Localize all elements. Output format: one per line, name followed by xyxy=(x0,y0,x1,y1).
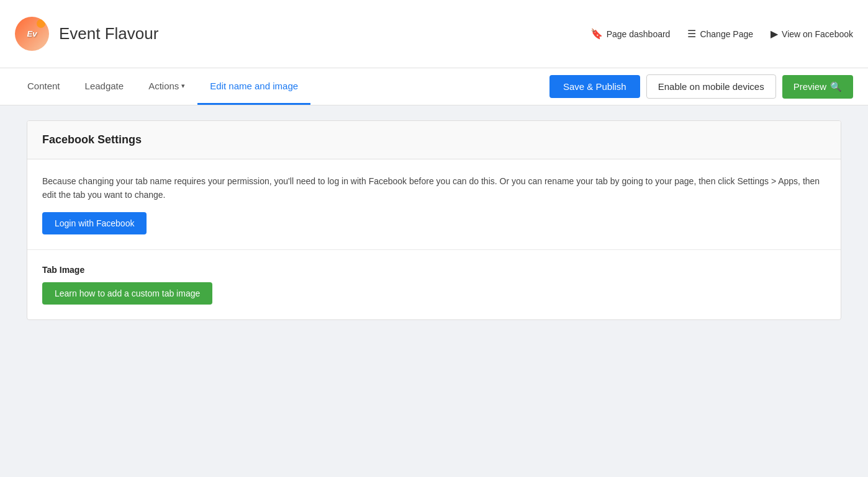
navbar: Content Leadgate Actions ▾ Edit name and… xyxy=(0,68,868,105)
logo-wrapper[interactable]: Ev xyxy=(15,17,49,51)
header-left: Ev Event Flavour xyxy=(15,17,158,51)
view-on-facebook-link[interactable]: ▶ View on Facebook xyxy=(771,28,853,40)
tab-image-section: Tab Image Learn how to add a custom tab … xyxy=(27,250,841,319)
tab-actions[interactable]: Actions ▾ xyxy=(136,68,197,105)
card-title: Facebook Settings xyxy=(42,133,826,146)
tab-edit-name-image[interactable]: Edit name and image xyxy=(197,68,310,105)
preview-label: Preview xyxy=(793,81,826,92)
change-page-label: Change Page xyxy=(700,29,753,39)
learn-custom-tab-button[interactable]: Learn how to add a custom tab image xyxy=(42,282,212,305)
chevron-down-icon: ▾ xyxy=(181,82,185,90)
facebook-settings-card: Facebook Settings Because changing your … xyxy=(27,120,841,320)
permission-section: Because changing your tab name requires … xyxy=(27,159,841,250)
brand-name: Event Flavour xyxy=(59,24,158,43)
tab-leadgate[interactable]: Leadgate xyxy=(73,68,137,105)
nav-actions: Save & Publish Enable on mobile devices … xyxy=(549,74,853,99)
preview-button[interactable]: Preview 🔍 xyxy=(782,75,853,99)
nav-tabs: Content Leadgate Actions ▾ Edit name and… xyxy=(15,68,310,105)
main-content: Facebook Settings Because changing your … xyxy=(12,105,856,335)
tab-leadgate-label: Leadgate xyxy=(85,81,124,91)
change-page-link[interactable]: ☰ Change Page xyxy=(687,28,753,40)
header-right: 🔖 Page dashboard ☰ Change Page ▶ View on… xyxy=(590,28,853,40)
logo-icon: Ev xyxy=(15,17,49,51)
card-header: Facebook Settings xyxy=(27,121,841,159)
login-facebook-button[interactable]: Login with Facebook xyxy=(42,212,147,234)
logo-text: Ev xyxy=(27,29,37,38)
site-header: Ev Event Flavour 🔖 Page dashboard ☰ Chan… xyxy=(0,0,868,68)
bookmark-icon: 🔖 xyxy=(590,28,603,40)
play-icon: ▶ xyxy=(771,28,778,40)
tab-image-label: Tab Image xyxy=(42,265,826,275)
page-dashboard-link[interactable]: 🔖 Page dashboard xyxy=(590,28,671,40)
enable-mobile-button[interactable]: Enable on mobile devices xyxy=(646,74,776,99)
menu-icon: ☰ xyxy=(687,28,696,40)
tab-edit-name-image-label: Edit name and image xyxy=(210,81,298,91)
view-facebook-label: View on Facebook xyxy=(782,29,853,39)
tab-actions-label: Actions xyxy=(148,81,179,91)
search-icon: 🔍 xyxy=(830,81,842,92)
save-publish-button[interactable]: Save & Publish xyxy=(549,75,640,98)
permission-text: Because changing your tab name requires … xyxy=(42,174,826,202)
logo-accent-dot xyxy=(37,19,45,28)
page-dashboard-label: Page dashboard xyxy=(607,29,671,39)
tab-content[interactable]: Content xyxy=(15,68,73,105)
tab-content-label: Content xyxy=(27,81,60,91)
